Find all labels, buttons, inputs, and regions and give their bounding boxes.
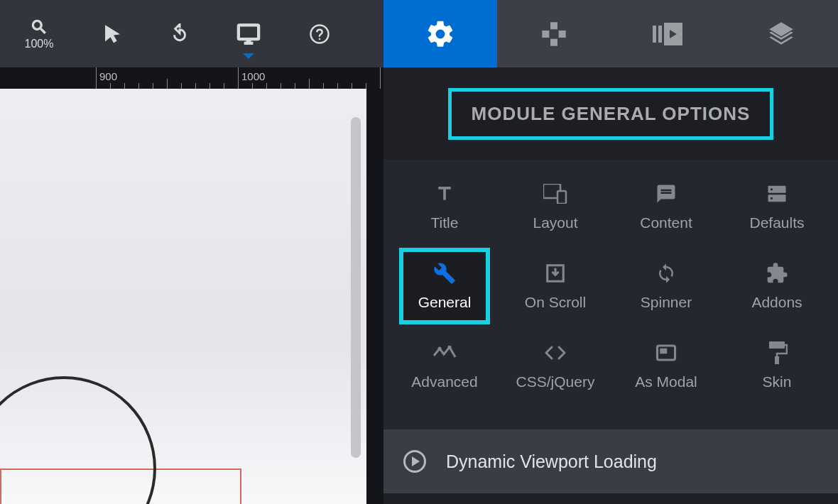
option-cssjquery[interactable]: CSS/jQuery bbox=[500, 326, 611, 405]
right-panel: MODULE GENERAL OPTIONS Title Layout Cont… bbox=[383, 67, 838, 504]
chevron-down-icon bbox=[243, 53, 254, 59]
option-label: Defaults bbox=[749, 214, 804, 231]
option-label: Advanced bbox=[411, 373, 477, 390]
toolbar-right-tabs bbox=[383, 0, 838, 67]
tab-layers[interactable] bbox=[724, 0, 838, 67]
panel-title: MODULE GENERAL OPTIONS bbox=[472, 103, 751, 124]
svg-point-10 bbox=[438, 347, 442, 351]
select-tool[interactable] bbox=[78, 0, 146, 67]
ruler-tick-minor bbox=[366, 83, 366, 89]
desktop-icon bbox=[236, 22, 261, 46]
zoom-tool[interactable]: 100% bbox=[0, 0, 78, 67]
vertical-scrollbar[interactable] bbox=[351, 117, 361, 458]
option-layout[interactable]: Layout bbox=[500, 167, 611, 246]
puzzle-icon bbox=[766, 261, 788, 285]
option-content[interactable]: Content bbox=[611, 167, 722, 246]
option-defaults[interactable]: Defaults bbox=[722, 167, 832, 246]
play-circle-icon bbox=[403, 450, 426, 473]
tab-navigation[interactable] bbox=[497, 0, 611, 67]
ruler-tick-minor bbox=[181, 83, 182, 89]
option-label: General bbox=[418, 294, 472, 311]
svg-rect-5 bbox=[557, 191, 566, 204]
server-icon bbox=[766, 182, 788, 206]
ruler-tick-minor bbox=[210, 83, 210, 89]
layers-icon bbox=[767, 20, 795, 48]
toolbar-left-tools: 100% bbox=[0, 0, 383, 67]
canvas-viewport[interactable] bbox=[0, 89, 366, 504]
title-icon bbox=[434, 182, 455, 206]
ruler-tick-mid bbox=[167, 79, 168, 89]
undo-icon bbox=[169, 23, 190, 45]
option-label: As Modal bbox=[635, 373, 697, 390]
option-addons[interactable]: Addons bbox=[722, 246, 832, 326]
viewport-tool[interactable] bbox=[213, 0, 284, 67]
ruler-tick-major bbox=[238, 67, 239, 89]
ruler-tick-minor bbox=[323, 83, 324, 89]
magnifier-icon bbox=[30, 18, 48, 36]
ruler-tick-minor bbox=[138, 83, 139, 89]
option-label: Title bbox=[431, 214, 459, 231]
option-label: CSS/jQuery bbox=[516, 373, 595, 390]
option-label: Skin bbox=[763, 373, 792, 390]
ruler-tick-major bbox=[96, 67, 97, 89]
horizontal-ruler: 900 1000 bbox=[0, 67, 383, 89]
svg-rect-14 bbox=[769, 341, 785, 349]
panel-bottom-spacer bbox=[383, 493, 838, 504]
option-spinner[interactable]: Spinner bbox=[611, 246, 722, 326]
options-grid: Title Layout Content Defaults General bbox=[383, 160, 838, 429]
option-onscroll[interactable]: On Scroll bbox=[500, 246, 611, 326]
option-label: Spinner bbox=[641, 294, 692, 311]
ruler-tick-minor bbox=[266, 83, 267, 89]
timeline-icon bbox=[432, 341, 457, 365]
option-skin[interactable]: Skin bbox=[722, 326, 832, 405]
ruler-tick-minor bbox=[337, 83, 338, 89]
zoom-level-label: 100% bbox=[25, 38, 54, 50]
section-dynamic-viewport-loading[interactable]: Dynamic Viewport Loading bbox=[383, 429, 838, 493]
top-toolbar: 100% bbox=[0, 0, 838, 67]
carousel-icon bbox=[653, 23, 682, 45]
svg-point-9 bbox=[771, 197, 773, 199]
option-advanced[interactable]: Advanced bbox=[389, 326, 500, 405]
ruler-tick-minor bbox=[224, 83, 224, 89]
code-icon bbox=[543, 341, 567, 365]
option-label: Content bbox=[640, 214, 692, 231]
section-label: Dynamic Viewport Loading bbox=[446, 451, 657, 472]
option-general[interactable]: General bbox=[389, 246, 500, 326]
gear-icon bbox=[425, 18, 456, 50]
svg-rect-15 bbox=[775, 356, 779, 364]
canvas-shape bbox=[0, 376, 156, 504]
ruler-tick-minor bbox=[124, 83, 125, 89]
svg-point-8 bbox=[771, 188, 773, 190]
ruler-tick-minor bbox=[295, 83, 295, 89]
ruler-tick-mid bbox=[309, 79, 310, 89]
option-label: Addons bbox=[751, 294, 802, 311]
wrench-icon bbox=[433, 261, 456, 285]
help-icon bbox=[309, 23, 330, 45]
cursor-icon bbox=[102, 24, 122, 44]
selection-highlight bbox=[399, 248, 490, 324]
option-title[interactable]: Title bbox=[389, 167, 500, 246]
panel-title-box: MODULE GENERAL OPTIONS bbox=[448, 88, 774, 140]
chat-icon bbox=[655, 182, 677, 206]
paint-roller-icon bbox=[766, 341, 788, 365]
svg-rect-13 bbox=[660, 349, 667, 354]
option-label: On Scroll bbox=[525, 294, 586, 311]
ruler-tick-minor bbox=[195, 83, 196, 89]
main-area: 900 1000 bbox=[0, 67, 838, 504]
svg-rect-1 bbox=[658, 26, 662, 43]
ruler-tick-major bbox=[380, 67, 381, 89]
ruler-tick-minor bbox=[153, 83, 153, 89]
ruler-tick-minor bbox=[281, 83, 281, 89]
sync-icon bbox=[655, 261, 677, 285]
ruler-label: 900 bbox=[99, 70, 117, 82]
panel-header-wrap: MODULE GENERAL OPTIONS bbox=[383, 67, 838, 160]
tab-settings[interactable] bbox=[383, 0, 497, 67]
ruler-label: 1000 bbox=[241, 70, 265, 82]
modal-icon bbox=[655, 341, 677, 365]
option-asmodal[interactable]: As Modal bbox=[611, 326, 722, 405]
tab-slides[interactable] bbox=[611, 0, 724, 67]
help-tool[interactable] bbox=[284, 0, 355, 67]
canvas-area: 900 1000 bbox=[0, 67, 383, 504]
download-icon bbox=[545, 261, 566, 285]
undo-tool[interactable] bbox=[146, 0, 213, 67]
